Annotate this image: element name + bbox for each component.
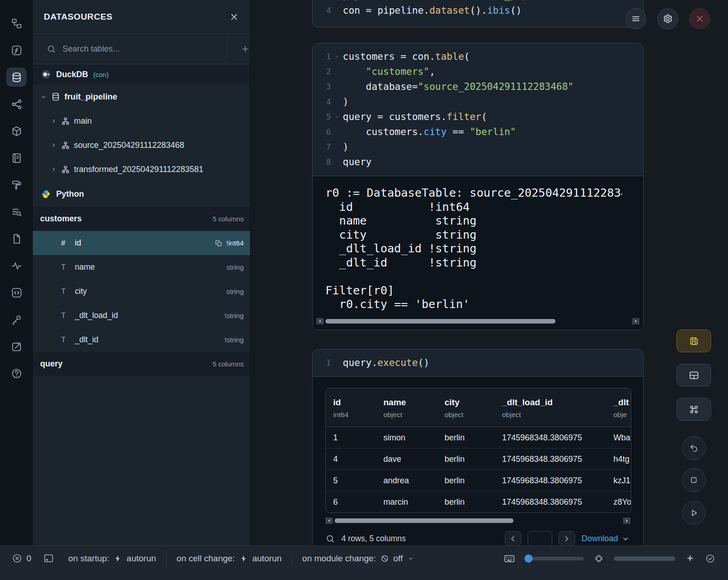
tree-item-schema-source_202504291112283468[interactable]: source_202504291112283468 (33, 133, 250, 157)
add-datasource-button[interactable] (226, 34, 250, 64)
layout-button[interactable] (676, 364, 711, 387)
table-cell: berlin (437, 427, 495, 448)
command-palette-button[interactable] (676, 398, 711, 421)
menu-button[interactable] (625, 8, 646, 29)
activity-scratchpad-button[interactable] (6, 337, 26, 356)
activity-activity-button[interactable] (6, 256, 26, 275)
dtype-glyph-icon: T (61, 336, 75, 344)
column-item-city[interactable]: T city string (33, 279, 250, 303)
activity-notebook-button[interactable] (6, 148, 26, 167)
column-item-id[interactable]: # id !int64 (33, 231, 250, 255)
tree-item-schema-transformed_202504291112283581[interactable]: transformed_202504291112283581 (33, 157, 250, 182)
datasources-panel: DATASOURCES DuckDB (con) fruit_pipeline … (33, 0, 251, 545)
spark-icon[interactable] (685, 554, 695, 564)
slider-control[interactable] (525, 557, 584, 560)
table-row: 6marcinberlin1745968348.3806975z8Yo (326, 491, 631, 512)
search-bar (33, 34, 250, 64)
table-section-query[interactable]: query 5 columns (33, 352, 250, 376)
code-editor[interactable]: 1 customers = con.table( 2 "customers", … (313, 43, 643, 176)
column-item-_dlt_load_id[interactable]: T _dlt_load_id !string (33, 303, 250, 328)
activity-datasources-button[interactable] (6, 68, 26, 87)
activity-icon (11, 260, 22, 272)
table-section-customers[interactable]: customers 5 columns (33, 207, 250, 231)
activity-functions-button[interactable] (6, 41, 26, 60)
key-icon (11, 314, 22, 325)
setting-on-cell-change[interactable]: on cell change: autorun (166, 551, 292, 566)
code-editor[interactable]: pipeline = dlt.attach("fruit_pipeline") … (313, 0, 643, 24)
table-search-icon[interactable] (325, 534, 335, 543)
column-item-name[interactable]: T name string (33, 255, 250, 279)
chip-icon[interactable] (594, 554, 604, 564)
connection-python[interactable]: Python (33, 182, 250, 207)
scrollbar-track[interactable] (334, 517, 622, 524)
slider-knob[interactable] (524, 554, 533, 563)
terminal-panel-button[interactable] (43, 553, 54, 564)
chevron-right-icon (50, 118, 57, 125)
fold-chevron-icon[interactable] (331, 114, 343, 120)
activity-network-button[interactable] (6, 94, 26, 114)
line-number: 4 (313, 97, 331, 106)
check-circle-icon[interactable] (705, 554, 715, 564)
zap-icon (114, 554, 122, 563)
table-header-_dlt[interactable]: _dlt obje (606, 388, 631, 427)
setting-on-module-change[interactable]: on module change: off (292, 551, 424, 566)
search-icon (47, 44, 56, 54)
activity-packages-button[interactable] (6, 121, 26, 141)
setting-on-startup[interactable]: on startup: autorun (58, 551, 166, 566)
scroll-left-button[interactable] (325, 517, 333, 524)
horizontal-scrollbar[interactable] (325, 517, 630, 524)
column-dtype: string (226, 263, 244, 272)
code-cell-top[interactable]: pipeline = dlt.attach("fruit_pipeline") … (312, 0, 644, 27)
close-notebook-button[interactable] (689, 8, 710, 29)
download-link[interactable]: Download (581, 534, 630, 543)
line-number: 7 (313, 142, 331, 152)
prev-page-button[interactable] (505, 531, 521, 545)
next-page-button[interactable] (559, 531, 575, 545)
fold-chevron-icon[interactable] (331, 53, 343, 59)
activity-documentation-button[interactable] (6, 229, 26, 248)
column-item-_dlt_id[interactable]: T _dlt_id !string (33, 328, 250, 352)
code-cell-execute[interactable]: 1 query.execute() id int64 name object c… (312, 349, 644, 545)
code-cell-filter[interactable]: 1 customers = con.table( 2 "customers", … (312, 43, 644, 330)
activity-help-button[interactable] (6, 364, 26, 383)
undo-button[interactable] (682, 436, 706, 460)
copy-icon[interactable] (215, 240, 222, 247)
table-body: 1simonberlin1745968348.3806975Wba 4daveb… (326, 427, 631, 512)
search-tables-input[interactable] (56, 44, 226, 54)
horizontal-scrollbar[interactable] (316, 318, 639, 324)
tree-item-schema-main[interactable]: main (33, 109, 250, 133)
activity-theme-button[interactable] (6, 175, 26, 194)
scroll-right-button[interactable] (632, 318, 639, 324)
connection-duckdb[interactable]: DuckDB (con) (33, 64, 250, 84)
stop-button[interactable] (682, 468, 706, 492)
page-size-select[interactable] (528, 531, 552, 545)
table-header-name[interactable]: name object (376, 388, 437, 427)
activity-workflow-button[interactable] (6, 14, 26, 33)
settings-button[interactable] (657, 8, 678, 29)
close-panel-button[interactable] (229, 12, 239, 22)
scroll-left-button[interactable] (316, 318, 324, 324)
code-editor[interactable]: 1 query.execute() (313, 350, 643, 376)
activity-logs-button[interactable] (6, 202, 26, 221)
run-button[interactable] (682, 501, 706, 525)
scroll-right-button[interactable] (623, 517, 630, 524)
command-icon (689, 404, 699, 415)
save-button[interactable] (676, 329, 711, 352)
activity-snippets-button[interactable] (6, 283, 26, 302)
line-number: 2 (313, 67, 331, 76)
scrollbar-track[interactable] (325, 318, 631, 324)
activity-secrets-button[interactable] (6, 310, 26, 329)
chevron-left-icon (508, 534, 518, 543)
notebook-toolbar (625, 8, 710, 29)
column-dtype: !int64 (215, 239, 244, 247)
scrollbar-thumb[interactable] (335, 518, 513, 523)
errors-indicator[interactable]: 0 (12, 553, 31, 564)
table-header-_dlt_load_id[interactable]: _dlt_load_id object (495, 388, 606, 427)
table-header-id[interactable]: id int64 (326, 388, 376, 427)
table-header-city[interactable]: city object (437, 388, 495, 427)
result-table: id int64 name object city object _dlt_lo… (325, 388, 631, 513)
keyboard-icon[interactable] (503, 553, 515, 564)
tree-item-database[interactable]: fruit_pipeline (33, 84, 250, 109)
undo-icon (689, 443, 699, 453)
scrollbar-thumb[interactable] (325, 319, 555, 324)
